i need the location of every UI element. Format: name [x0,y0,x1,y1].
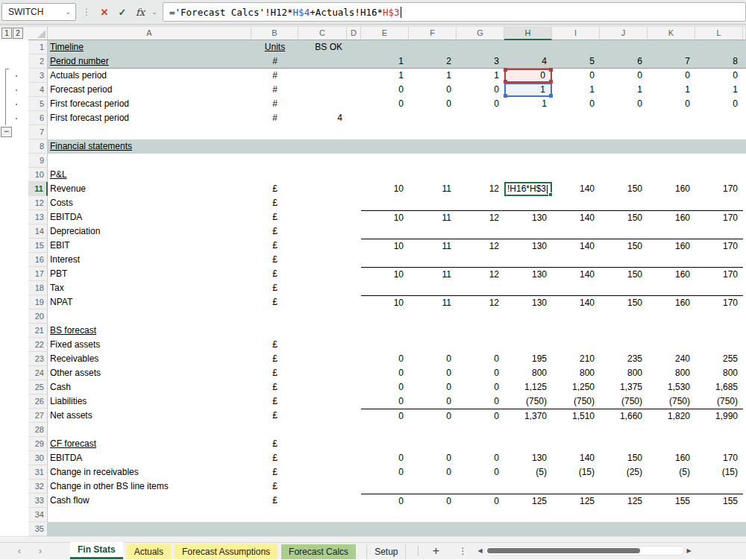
cell-F30[interactable]: 0 [409,451,457,465]
cell-I23[interactable]: 210 [552,352,600,366]
cell-K4[interactable]: 1 [648,83,695,97]
cell-L35[interactable] [695,522,743,536]
column-header-C[interactable]: C [298,27,347,40]
cell-L28[interactable] [695,423,743,437]
cell-J9[interactable] [600,154,648,168]
cell-C8[interactable] [298,139,347,154]
row-header-30[interactable]: 30 [28,451,48,465]
cell-F25[interactable]: 0 [409,380,457,394]
cell-J29[interactable] [600,437,648,451]
cell-H22[interactable] [504,338,552,352]
cell-I6[interactable] [552,111,600,125]
cell-C11[interactable] [298,182,347,196]
cell-A1[interactable]: Timeline [48,40,251,54]
cell-J12[interactable] [600,196,648,210]
cell-L22[interactable] [695,338,743,352]
cell-D3[interactable] [347,69,361,83]
cell-B34[interactable] [251,508,298,522]
cell-G14[interactable] [457,224,504,239]
cell-H10[interactable] [504,168,552,182]
cell-I18[interactable] [552,281,600,295]
cell-J27[interactable]: 1,660 [600,409,648,423]
cell-B10[interactable] [251,168,298,182]
cell-A19[interactable]: NPAT [48,295,251,309]
cell-F17[interactable]: 11 [409,267,457,281]
cell-B21[interactable] [251,324,298,338]
cell-L6[interactable] [695,111,743,125]
sheet-tab-setup[interactable]: Setup [366,544,406,559]
cell-J15[interactable]: 150 [600,239,648,253]
cell-G8[interactable] [457,139,504,154]
cell-F13[interactable]: 11 [409,210,457,224]
cell-H8[interactable] [504,139,552,154]
cell-H35[interactable] [504,522,552,536]
cell-E23[interactable]: 0 [361,352,409,366]
cell-J20[interactable] [600,309,648,324]
cell-K27[interactable]: 1,820 [648,409,695,423]
cell-A4[interactable]: Forecast period [48,83,251,97]
cell-K21[interactable] [648,324,695,338]
cell-K10[interactable] [648,168,695,182]
cell-H15[interactable]: 130 [504,239,552,253]
cell-I33[interactable]: 125 [552,494,600,508]
cell-K14[interactable] [648,224,695,239]
cell-J21[interactable] [600,324,648,338]
cell-A34[interactable] [48,508,251,522]
cell-A24[interactable]: Other assets [48,366,251,380]
cell-E19[interactable]: 10 [361,295,409,309]
cell-D15[interactable] [347,239,361,253]
cell-K3[interactable]: 0 [648,69,695,83]
cell-G22[interactable] [457,338,504,352]
cell-C21[interactable] [298,324,347,338]
cell-L17[interactable]: 170 [695,267,743,281]
cell-C26[interactable] [298,394,347,409]
cell-A7[interactable] [48,125,251,139]
cell-E17[interactable]: 10 [361,267,409,281]
cell-D19[interactable] [347,295,361,309]
scroll-right-icon[interactable]: ▶ [684,547,693,554]
cell-I12[interactable] [552,196,600,210]
cell-D9[interactable] [347,154,361,168]
cell-C28[interactable] [298,423,347,437]
cell-G4[interactable]: 0 [457,83,504,97]
cell-F26[interactable]: 0 [409,394,457,409]
cell-A13[interactable]: EBITDA [48,210,251,224]
cell-C31[interactable] [298,465,347,479]
cell-A18[interactable]: Tax [48,281,251,295]
cell-C14[interactable] [298,224,347,239]
cell-J23[interactable]: 235 [600,352,648,366]
cell-J25[interactable]: 1,375 [600,380,648,394]
cell-D27[interactable] [347,409,361,423]
cell-E15[interactable]: 10 [361,239,409,253]
outline-collapse-button[interactable]: − [1,127,12,137]
cell-E25[interactable]: 0 [361,380,409,394]
cell-C22[interactable] [298,338,347,352]
cell-L8[interactable] [695,139,743,154]
cell-C4[interactable] [298,83,347,97]
cell-J4[interactable]: 1 [600,83,648,97]
cell-D13[interactable] [347,210,361,224]
cell-I1[interactable] [552,40,600,54]
cell-I30[interactable]: 140 [552,451,600,465]
cell-D7[interactable] [347,125,361,139]
row-header-29[interactable]: 29 [28,437,48,451]
cell-E11[interactable]: 10 [361,182,409,196]
cell-D1[interactable] [347,40,361,54]
column-header-E[interactable]: E [361,27,409,40]
cell-E3[interactable]: 1 [361,69,409,83]
cell-K31[interactable]: (5) [648,465,695,479]
cell-E32[interactable] [361,479,409,494]
cell-H18[interactable] [504,281,552,295]
cell-K23[interactable]: 240 [648,352,695,366]
cell-L9[interactable] [695,154,743,168]
cell-B19[interactable]: £ [251,295,298,309]
row-header-17[interactable]: 17 [28,267,48,281]
cell-B12[interactable]: £ [251,196,298,210]
cell-G28[interactable] [457,423,504,437]
cell-J22[interactable] [600,338,648,352]
cell-H30[interactable]: 130 [504,451,552,465]
cell-J19[interactable]: 150 [600,295,648,309]
cell-E13[interactable]: 10 [361,210,409,224]
cell-B4[interactable]: # [251,83,298,97]
cell-F28[interactable] [409,423,457,437]
